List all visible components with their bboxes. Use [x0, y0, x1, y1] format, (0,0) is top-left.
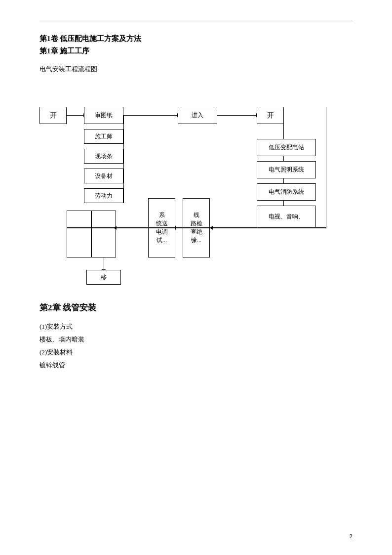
box-shigong: 施工师	[84, 129, 123, 144]
box-shengtu: 审图纸	[84, 107, 123, 124]
outer-right-v	[326, 107, 326, 228]
item-3: (2)安装材料	[39, 348, 353, 357]
box-dipei: 低压变配电站	[257, 139, 316, 156]
box-zhaomin: 电气照明系统	[257, 161, 316, 178]
page: 第1卷 低压配电施工方案及方法 第1章 施工工序 电气安装工程流程图 开 审图纸…	[0, 0, 392, 555]
hline-outer-bottom	[67, 228, 326, 228]
box-laodong: 劳动力	[84, 188, 123, 203]
arrow-shengtu-jinru	[123, 115, 178, 116]
box-start1: 开	[39, 107, 67, 124]
box-xiaofang: 电气消防系统	[257, 183, 316, 201]
box-left1	[91, 211, 116, 257]
box-left2	[67, 211, 91, 257]
vline-left-boxes	[123, 115, 124, 203]
page-number: 2	[350, 533, 353, 540]
outer-bottom-h	[67, 227, 326, 228]
item-4: 镀锌线管	[39, 361, 353, 370]
flowchart: 开 审图纸 施工师 现场条 设备材 劳动力 进入 开 低压变配电站 电气照明系统…	[39, 80, 353, 287]
box-yi: 移	[86, 270, 121, 285]
item-2: 楼板、墙内暗装	[39, 335, 353, 344]
volume-title: 第1卷 低压配电施工方案及方法	[39, 34, 353, 43]
arrow-start1-shengtu	[67, 115, 84, 116]
box-jinru: 进入	[178, 107, 217, 124]
flow-caption: 电气安装工程流程图	[39, 65, 353, 74]
arrow-left-yi	[104, 257, 104, 270]
item-1: (1)安装方式	[39, 322, 353, 331]
box-xianchang: 现场条	[84, 149, 123, 164]
box-dianshi: 电视、音响、	[257, 206, 316, 228]
chapter2-title: 第2章 线管安装	[39, 302, 353, 313]
box-start2: 开	[257, 107, 284, 124]
top-divider	[39, 20, 353, 20]
left-outer-v	[67, 211, 67, 227]
chapter1-title: 第1章 施工工序	[39, 46, 353, 56]
arrow-jinru-start2	[217, 115, 257, 116]
box-shebei: 设备材	[84, 169, 123, 183]
